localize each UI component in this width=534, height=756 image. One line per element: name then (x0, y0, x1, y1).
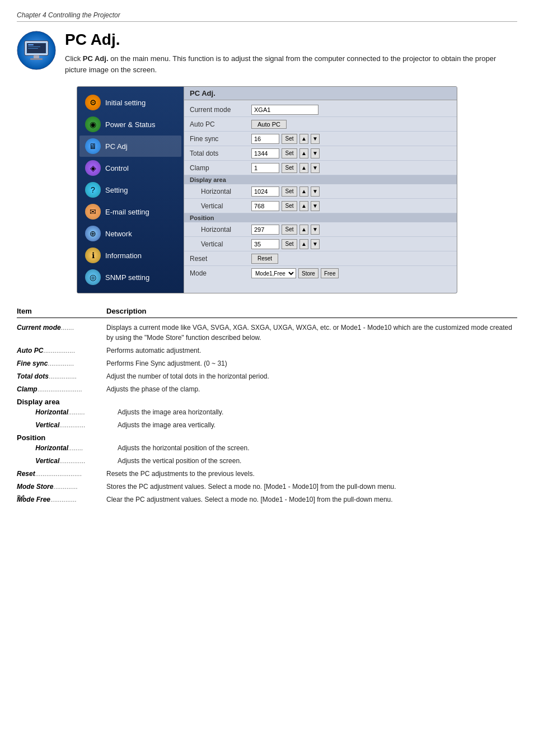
page-title: PC Adj. (65, 31, 517, 49)
sidebar-item-email-setting[interactable]: ✉E-mail setting (79, 201, 181, 222)
sidebar-label-email-setting: E-mail setting (105, 208, 149, 216)
desc-def-1: Performs automatic adjustment. (106, 346, 517, 356)
sidebar-item-control[interactable]: ◈Control (79, 157, 181, 179)
field-value-9[interactable]: 297 (251, 225, 279, 235)
up-button-6[interactable]: ▲ (299, 186, 308, 197)
panel-title: PC Adj. (184, 87, 457, 100)
desc-def-4: Adjusts the phase of the clamp. (106, 384, 517, 394)
desc-section-5: Display area (17, 398, 517, 406)
sidebar-item-initial-setting[interactable]: ⚙Initial setting (79, 92, 181, 113)
network-icon: ⊕ (85, 226, 101, 241)
field-value-10[interactable]: 35 (251, 239, 279, 249)
sidebar-label-pc-adj: PC Adj (105, 142, 128, 151)
desc-row-1: Auto PC.................Performs automat… (17, 346, 517, 356)
panel-row-10: Vertical35Set▲▼ (184, 237, 457, 251)
panel-row-3: Total dots1344Set▲▼ (184, 146, 457, 161)
desc-row-4: Clamp........................Adjusts the… (17, 384, 517, 394)
svg-rect-4 (28, 44, 34, 45)
desc-term-9: Horizontal........ (17, 443, 106, 453)
sidebar-item-setting[interactable]: ?Setting (79, 179, 181, 200)
desc-term-3: Total dots............... (17, 371, 106, 381)
desc-def-7: Adjusts the image area vertically. (106, 420, 517, 430)
sidebar-item-network[interactable]: ⊕Network (79, 223, 181, 244)
sidebar-label-setting: Setting (105, 186, 128, 194)
down-button-7[interactable]: ▼ (311, 201, 320, 211)
panel-row-value-3: 1344Set▲▼ (251, 148, 451, 158)
intro-bold: PC Adj. (83, 54, 109, 63)
mode-select[interactable]: Mode1,Free (251, 268, 296, 278)
desc-def-0: Displays a current mode like VGA, SVGA, … (106, 323, 517, 343)
desc-row-12: Mode Store.............Stores the PC adj… (17, 482, 517, 492)
panel-row-value-12: Mode1,FreeStoreFree (251, 268, 451, 278)
panel-row-label-1: Auto PC (190, 120, 251, 128)
field-value-2[interactable]: 16 (251, 134, 279, 144)
panel-row-value-1: Auto PC (251, 120, 451, 129)
panel-row-label-7: Vertical (190, 202, 251, 210)
intro-paragraph: Click PC Adj. on the main menu. This fun… (65, 53, 517, 75)
down-button-10[interactable]: ▼ (311, 239, 320, 249)
desc-def-2: Performs Fine Sync adjustment. (0 ~ 31) (106, 358, 517, 368)
title-content: PC Adj. Click PC Adj. on the main menu. … (65, 31, 517, 75)
desc-row-13: Mode Free..............Clear the PC adju… (17, 494, 517, 505)
set-button-4[interactable]: Set (282, 163, 297, 173)
desc-term-7: Vertical.............. (17, 420, 106, 430)
field-value-7[interactable]: 768 (251, 201, 279, 211)
up-button-3[interactable]: ▲ (299, 148, 308, 158)
panel-section-8: Position (184, 213, 457, 222)
up-button-10[interactable]: ▲ (299, 239, 308, 249)
sidebar-item-snmp-setting[interactable]: ◎SNMP setting (79, 267, 181, 288)
auto-pc-button[interactable]: Auto PC (251, 120, 287, 129)
sidebar-label-network: Network (105, 230, 132, 238)
intro-text: on the main menu. This function is to ad… (65, 54, 496, 74)
set-button-7[interactable]: Set (282, 201, 297, 211)
set-button-3[interactable]: Set (282, 148, 297, 158)
up-button-4[interactable]: ▲ (299, 163, 308, 173)
panel-row-label-3: Total dots (190, 150, 251, 157)
desc-term-1: Auto PC................. (17, 346, 106, 356)
desc-row-3: Total dots...............Adjust the numb… (17, 371, 517, 381)
svg-rect-7 (34, 55, 39, 58)
down-button-3[interactable]: ▼ (311, 148, 320, 158)
sidebar-item-pc-adj[interactable]: 🖥PC Adj (79, 136, 181, 157)
intro-prefix: Click (65, 54, 83, 63)
sidebar-label-control: Control (105, 164, 129, 172)
panel-row-label-0: Current mode (190, 106, 251, 114)
down-button-4[interactable]: ▼ (311, 163, 320, 173)
down-button-2[interactable]: ▼ (311, 134, 320, 144)
panel-row-7: Vertical768Set▲▼ (184, 199, 457, 213)
up-button-7[interactable]: ▲ (299, 201, 308, 211)
pc-adj-icon (17, 31, 56, 70)
panel-row-label-6: Horizontal (190, 188, 251, 195)
reset-button[interactable]: Reset (251, 254, 278, 264)
panel-content: Current modeXGA1Auto PCAuto PCFine sync1… (184, 100, 457, 283)
set-button-10[interactable]: Set (282, 239, 297, 249)
desc-term-4: Clamp........................ (17, 384, 106, 394)
set-button-6[interactable]: Set (282, 186, 297, 197)
desc-def-13: Clear the PC adjustment values. Select a… (106, 494, 517, 505)
sidebar-item-power-status[interactable]: ◉Power & Status (79, 114, 181, 135)
desc-term-12: Mode Store............. (17, 482, 106, 492)
field-value-0: XGA1 (251, 105, 318, 115)
set-button-2[interactable]: Set (282, 134, 297, 144)
panel-row-value-9: 297Set▲▼ (251, 225, 451, 235)
panel-row-value-0: XGA1 (251, 105, 451, 115)
field-value-4[interactable]: 1 (251, 163, 279, 173)
sidebar-label-information: Information (105, 251, 142, 260)
panel-row-value-6: 1024Set▲▼ (251, 186, 451, 197)
field-value-3[interactable]: 1344 (251, 148, 279, 158)
panel-area: PC Adj. Current modeXGA1Auto PCAuto PCFi… (184, 87, 457, 293)
store-button[interactable]: Store (298, 268, 318, 278)
free-button[interactable]: Free (321, 268, 339, 278)
panel-row-9: Horizontal297Set▲▼ (184, 222, 457, 237)
down-button-9[interactable]: ▼ (311, 225, 320, 235)
panel-row-6: Horizontal1024Set▲▼ (184, 184, 457, 199)
up-button-9[interactable]: ▲ (299, 225, 308, 235)
down-button-6[interactable]: ▼ (311, 186, 320, 197)
sidebar-label-power-status: Power & Status (105, 120, 156, 129)
desc-def-12: Stores the PC adjustment values. Select … (106, 482, 517, 492)
field-value-6[interactable]: 1024 (251, 186, 279, 197)
set-button-9[interactable]: Set (282, 225, 297, 235)
panel-row-value-7: 768Set▲▼ (251, 201, 451, 211)
up-button-2[interactable]: ▲ (299, 134, 308, 144)
sidebar-item-information[interactable]: ℹInformation (79, 245, 181, 266)
